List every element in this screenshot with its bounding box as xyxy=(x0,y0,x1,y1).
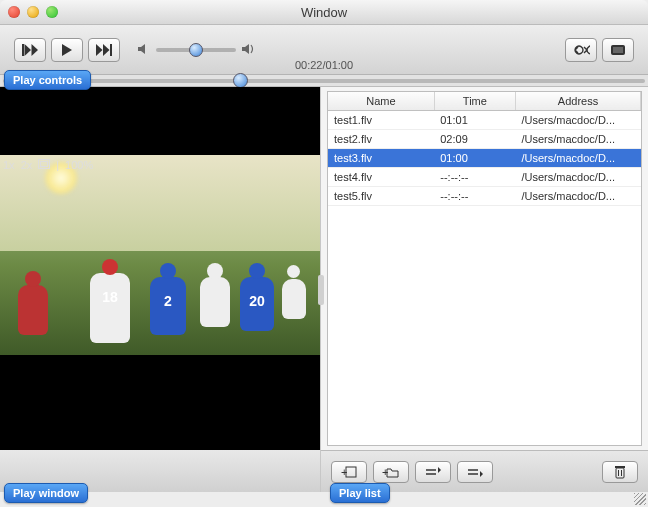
toolbar: 00:22/01:00 xyxy=(0,25,648,75)
video-pane: 18 2 20 1x 2x | 100% xyxy=(0,87,320,492)
move-down-button[interactable] xyxy=(457,461,493,483)
add-file-button[interactable]: + xyxy=(331,461,367,483)
loop-button[interactable] xyxy=(565,38,597,62)
zoom-window-button[interactable] xyxy=(46,6,58,18)
cell-address: /Users/macdoc/D... xyxy=(516,111,641,130)
svg-rect-6 xyxy=(110,44,112,56)
timecode: 00:22/01:00 xyxy=(295,59,353,71)
pane-resize-handle[interactable] xyxy=(318,275,324,305)
col-time[interactable]: Time xyxy=(434,92,515,111)
svg-marker-1 xyxy=(25,44,32,56)
cell-name: test1.flv xyxy=(328,111,434,130)
svg-marker-3 xyxy=(62,44,72,56)
cell-name: test3.flv xyxy=(328,149,434,168)
col-name[interactable]: Name xyxy=(328,92,434,111)
delete-item-button[interactable] xyxy=(602,461,638,483)
svg-marker-21 xyxy=(480,471,483,477)
zoom-2x-button[interactable]: 2x xyxy=(21,159,33,171)
svg-rect-13 xyxy=(346,467,356,477)
fit-window-icon[interactable] xyxy=(38,159,50,171)
table-row[interactable]: test1.flv01:01/Users/macdoc/D... xyxy=(328,111,641,130)
traffic-lights xyxy=(8,6,58,18)
next-track-button[interactable] xyxy=(88,38,120,62)
cell-name: test5.flv xyxy=(328,187,434,206)
cell-time: --:--:-- xyxy=(434,187,515,206)
fullscreen-button[interactable] xyxy=(602,38,634,62)
cell-time: 01:01 xyxy=(434,111,515,130)
cell-name: test4.flv xyxy=(328,168,434,187)
video-frame: 18 2 20 1x 2x | 100% xyxy=(0,155,320,355)
cell-address: /Users/macdoc/D... xyxy=(516,187,641,206)
svg-marker-5 xyxy=(103,44,110,56)
main-area: 18 2 20 1x 2x | 100% Name Time xyxy=(0,87,648,492)
svg-marker-2 xyxy=(32,44,39,56)
svg-rect-12 xyxy=(41,161,48,166)
table-header: Name Time Address xyxy=(328,92,641,111)
volume-thumb[interactable] xyxy=(189,43,203,57)
seekbar[interactable] xyxy=(0,75,648,87)
cell-address: /Users/macdoc/D... xyxy=(516,168,641,187)
table-row[interactable]: test2.flv02:09/Users/macdoc/D... xyxy=(328,130,641,149)
titlebar: Window xyxy=(0,0,648,25)
svg-text:+: + xyxy=(382,466,388,478)
window-title: Window xyxy=(0,5,648,20)
playlist-table: Name Time Address test1.flv01:01/Users/m… xyxy=(327,91,642,446)
prev-track-button[interactable] xyxy=(14,38,46,62)
seek-track xyxy=(3,79,645,83)
resize-corner[interactable] xyxy=(634,493,646,505)
volume-low-icon xyxy=(138,41,150,59)
col-address[interactable]: Address xyxy=(516,92,641,111)
zoom-sep: | xyxy=(56,159,59,171)
play-button[interactable] xyxy=(51,38,83,62)
svg-marker-8 xyxy=(242,44,249,54)
svg-rect-10 xyxy=(613,47,623,53)
transport-controls xyxy=(14,38,120,62)
volume-control xyxy=(138,41,256,59)
close-window-button[interactable] xyxy=(8,6,20,18)
zoom-percent: 100% xyxy=(65,159,93,171)
cell-time: 01:00 xyxy=(434,149,515,168)
table-row[interactable]: test3.flv01:00/Users/macdoc/D... xyxy=(328,149,641,168)
play-controls-callout: Play controls xyxy=(4,70,91,90)
play-list-callout: Play list xyxy=(330,483,390,503)
cell-time: --:--:-- xyxy=(434,168,515,187)
zoom-1x-button[interactable]: 1x xyxy=(3,159,15,171)
volume-high-icon xyxy=(242,41,256,59)
svg-rect-0 xyxy=(22,44,24,56)
svg-marker-4 xyxy=(96,44,103,56)
svg-rect-22 xyxy=(616,468,624,478)
svg-text:+: + xyxy=(341,466,347,478)
svg-rect-25 xyxy=(615,466,625,468)
zoom-overlay: 1x 2x | 100% xyxy=(3,159,93,171)
table-row[interactable]: test4.flv--:--:--/Users/macdoc/D... xyxy=(328,168,641,187)
table-row[interactable]: test5.flv--:--:--/Users/macdoc/D... xyxy=(328,187,641,206)
minimize-window-button[interactable] xyxy=(27,6,39,18)
cell-time: 02:09 xyxy=(434,130,515,149)
seek-thumb[interactable] xyxy=(233,73,248,88)
svg-marker-18 xyxy=(438,467,441,473)
svg-marker-7 xyxy=(138,44,145,54)
add-folder-button[interactable]: + xyxy=(373,461,409,483)
volume-slider[interactable] xyxy=(156,48,236,52)
playlist-pane: Name Time Address test1.flv01:01/Users/m… xyxy=(320,87,648,492)
cell-address: /Users/macdoc/D... xyxy=(516,149,641,168)
move-up-button[interactable] xyxy=(415,461,451,483)
play-window-callout: Play window xyxy=(4,483,88,503)
cell-name: test2.flv xyxy=(328,130,434,149)
cell-address: /Users/macdoc/D... xyxy=(516,130,641,149)
